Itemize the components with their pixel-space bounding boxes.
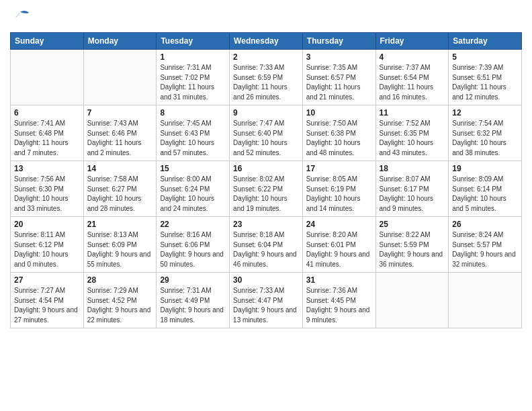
daylight-label: Daylight: — [160, 83, 188, 91]
day-number: 30 — [233, 275, 299, 285]
sunrise-value: 7:39 AM — [479, 64, 504, 71]
day-number: 27 — [14, 275, 80, 285]
sunset-value: 5:57 PM — [477, 241, 502, 248]
sunset-label: Sunset: — [452, 185, 477, 193]
day-info: Sunrise: 7:50 AM Sunset: 6:38 PM Dayligh… — [306, 119, 372, 158]
sunset-value: 6:30 PM — [39, 185, 64, 193]
sunrise-label: Sunrise: — [306, 120, 332, 127]
sunrise-value: 8:24 AM — [479, 231, 504, 238]
sunset-label: Sunset: — [452, 241, 477, 248]
day-cell: 9 Sunrise: 7:47 AM Sunset: 6:40 PM Dayli… — [230, 105, 303, 161]
sunset-value: 7:02 PM — [185, 74, 210, 81]
daylight-label: Daylight: — [306, 306, 335, 314]
week-row-1: 1 Sunrise: 7:31 AM Sunset: 7:02 PM Dayli… — [11, 50, 522, 105]
sunset-label: Sunset: — [87, 241, 112, 248]
sunset-label: Sunset: — [160, 297, 185, 304]
sunset-value: 6:14 PM — [477, 185, 502, 193]
sunset-label: Sunset: — [306, 74, 331, 81]
sunrise-value: 7:52 AM — [406, 120, 431, 127]
svg-rect-0 — [10, 7, 30, 27]
sunrise-label: Sunrise: — [14, 231, 40, 238]
sunrise-value: 7:58 AM — [114, 175, 138, 183]
sunset-label: Sunset: — [380, 130, 404, 137]
day-number: 20 — [14, 220, 80, 229]
sunrise-value: 7:41 AM — [40, 120, 65, 127]
sunrise-value: 8:07 AM — [406, 175, 431, 183]
sunset-label: Sunset: — [306, 185, 331, 193]
day-info: Sunrise: 8:07 AM Sunset: 6:17 PM Dayligh… — [380, 175, 445, 214]
day-info: Sunrise: 7:33 AM Sunset: 4:47 PM Dayligh… — [233, 286, 299, 325]
day-info: Sunrise: 7:37 AM Sunset: 6:54 PM Dayligh… — [380, 63, 445, 102]
sunrise-label: Sunrise: — [380, 120, 406, 127]
sunrise-value: 7:31 AM — [187, 287, 212, 294]
sunset-label: Sunset: — [233, 74, 258, 81]
weekday-header-saturday: Saturday — [449, 33, 522, 50]
day-number: 10 — [306, 108, 372, 118]
daylight-label: Daylight: — [452, 250, 480, 258]
day-cell: 27 Sunrise: 7:27 AM Sunset: 4:54 PM Dayl… — [11, 273, 84, 328]
page: SundayMondayTuesdayWednesdayThursdayFrid… — [0, 0, 532, 338]
day-number: 23 — [233, 220, 299, 229]
sunset-value: 6:04 PM — [258, 241, 283, 248]
daylight-label: Daylight: — [233, 139, 261, 146]
sunset-label: Sunset: — [14, 297, 39, 304]
day-info: Sunrise: 7:36 AM Sunset: 4:45 PM Dayligh… — [306, 286, 372, 325]
sunset-value: 6:19 PM — [331, 185, 356, 193]
sunrise-value: 7:29 AM — [114, 287, 138, 294]
day-cell: 12 Sunrise: 7:54 AM Sunset: 6:32 PM Dayl… — [449, 105, 522, 161]
sunset-label: Sunset: — [233, 130, 258, 137]
sunset-label: Sunset: — [306, 241, 331, 248]
day-cell: 7 Sunrise: 7:43 AM Sunset: 6:46 PM Dayli… — [83, 105, 157, 161]
sunset-value: 4:54 PM — [39, 297, 64, 304]
weekday-header-thursday: Thursday — [302, 33, 375, 50]
sunset-label: Sunset: — [380, 241, 404, 248]
logo-icon — [10, 7, 30, 27]
sunrise-label: Sunrise: — [87, 231, 114, 238]
sunrise-value: 7:27 AM — [40, 287, 65, 294]
day-info: Sunrise: 7:33 AM Sunset: 6:59 PM Dayligh… — [233, 63, 299, 102]
sunrise-label: Sunrise: — [14, 287, 40, 294]
day-number: 21 — [87, 220, 153, 229]
day-cell: 24 Sunrise: 8:20 AM Sunset: 6:01 PM Dayl… — [302, 217, 375, 273]
sunrise-label: Sunrise: — [306, 231, 332, 238]
sunrise-label: Sunrise: — [452, 231, 478, 238]
week-row-2: 6 Sunrise: 7:41 AM Sunset: 6:48 PM Dayli… — [11, 105, 522, 161]
sunrise-value: 8:05 AM — [332, 175, 357, 183]
daylight-label: Daylight: — [306, 83, 335, 91]
day-cell: 18 Sunrise: 8:07 AM Sunset: 6:17 PM Dayl… — [375, 161, 449, 217]
sunrise-value: 7:31 AM — [187, 64, 212, 71]
sunrise-value: 7:33 AM — [260, 64, 285, 71]
daylight-label: Daylight: — [160, 139, 188, 146]
weekday-header-tuesday: Tuesday — [157, 33, 230, 50]
day-number: 9 — [233, 108, 299, 118]
day-cell: 6 Sunrise: 7:41 AM Sunset: 6:48 PM Dayli… — [11, 105, 84, 161]
sunset-value: 6:51 PM — [477, 74, 502, 81]
day-number: 15 — [160, 164, 226, 173]
sunset-value: 4:45 PM — [331, 297, 356, 304]
sunrise-value: 8:22 AM — [406, 231, 431, 238]
sunset-label: Sunset: — [160, 74, 185, 81]
sunset-value: 4:52 PM — [112, 297, 136, 304]
calendar-header: SundayMondayTuesdayWednesdayThursdayFrid… — [11, 33, 522, 50]
day-number: 25 — [380, 220, 445, 229]
sunset-value: 6:48 PM — [39, 130, 64, 137]
day-cell — [83, 50, 157, 105]
day-cell: 22 Sunrise: 8:16 AM Sunset: 6:06 PM Dayl… — [157, 217, 230, 273]
sunrise-label: Sunrise: — [233, 64, 259, 71]
day-cell: 25 Sunrise: 8:22 AM Sunset: 5:59 PM Dayl… — [375, 217, 449, 273]
sunset-label: Sunset: — [452, 74, 477, 81]
daylight-label: Daylight: — [160, 195, 188, 202]
week-row-5: 27 Sunrise: 7:27 AM Sunset: 4:54 PM Dayl… — [11, 273, 522, 328]
sunset-value: 6:57 PM — [331, 74, 356, 81]
day-cell: 1 Sunrise: 7:31 AM Sunset: 7:02 PM Dayli… — [157, 50, 230, 105]
day-cell: 26 Sunrise: 8:24 AM Sunset: 5:57 PM Dayl… — [449, 217, 522, 273]
sunrise-label: Sunrise: — [160, 175, 186, 183]
day-cell: 21 Sunrise: 8:13 AM Sunset: 6:09 PM Dayl… — [83, 217, 157, 273]
sunrise-label: Sunrise: — [160, 287, 186, 294]
daylight-label: Daylight: — [452, 195, 480, 202]
sunset-value: 6:40 PM — [258, 130, 283, 137]
sunset-label: Sunset: — [14, 241, 39, 248]
day-info: Sunrise: 7:52 AM Sunset: 6:35 PM Dayligh… — [380, 119, 445, 158]
daylight-label: Daylight: — [306, 139, 335, 146]
sunrise-label: Sunrise: — [306, 64, 332, 71]
